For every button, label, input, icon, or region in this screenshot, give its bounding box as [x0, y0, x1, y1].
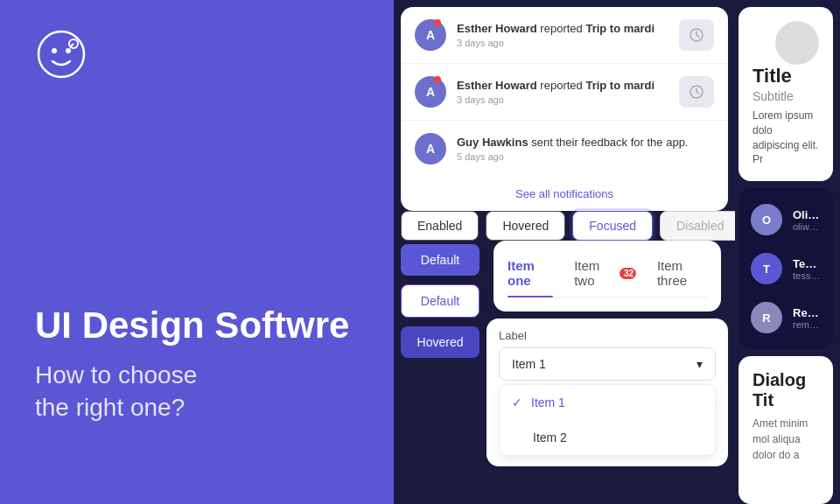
notif-text-2: Esther Howard reported Trip to mardi — [457, 79, 672, 94]
notif-item-1: A Esther Howard reported Trip to mardi 3… — [401, 7, 728, 64]
notif-content-3: Guy Hawkins sent their feedback for the … — [457, 136, 714, 163]
tabs-row: Item one Item two 32 Item three — [508, 258, 707, 298]
user-name-3: Remy Pa — [793, 306, 821, 319]
tab-badge-two: 32 — [620, 268, 636, 279]
dropdown-card: Label Item 1 ▾ ✓ Item 1 Item 2 — [486, 318, 728, 466]
far-right-column: Title Subtitle Lorem ipsum dolo adipisci… — [735, 0, 840, 504]
dialog-card: Dialog Tit Amet minim mol aliqua dolor d… — [738, 356, 833, 504]
user-avatar-3: R — [751, 302, 782, 333]
svg-point-0 — [38, 32, 84, 77]
hovered-button[interactable]: Hovered — [401, 326, 480, 358]
user-name-2: Tess Dic — [793, 257, 821, 270]
avatar-2: A — [415, 76, 446, 108]
dialog-body: Amet minim mol aliqua dolor do a — [752, 416, 819, 463]
user-info-3: Remy Pa remypark... — [793, 306, 821, 330]
dropdown-select[interactable]: Item 1 ▾ — [499, 347, 716, 381]
notif-icon-2[interactable] — [679, 76, 714, 108]
notif-time-2: 3 days ago — [457, 94, 672, 105]
right-area: A Esther Howard reported Trip to mardi 3… — [394, 0, 840, 504]
main-title: UI Design Softwre — [35, 305, 359, 346]
tab-item-three[interactable]: Item three — [657, 258, 707, 297]
dialog-title: Dialog Tit — [752, 370, 819, 410]
svg-line-4 — [70, 44, 74, 47]
avatar-large — [775, 21, 819, 65]
notif-time-3: 5 days ago — [457, 151, 714, 162]
notif-item-2: A Esther Howard reported Trip to mardi 3… — [401, 64, 728, 121]
card-top-right: Title Subtitle Lorem ipsum dolo adipisci… — [738, 7, 833, 181]
notif-text-3: Guy Hawkins sent their feedback for the … — [457, 136, 714, 150]
card-body: Lorem ipsum dolo adipiscing elit. Pr — [752, 108, 819, 167]
dropdown-label: Label — [499, 329, 716, 342]
dropdown-menu: ✓ Item 1 Item 2 — [499, 384, 716, 456]
action-buttons: Default Default Hovered — [401, 241, 480, 466]
left-panel: UI Design Softwre How to choosethe right… — [0, 0, 394, 504]
avatar-3: A — [415, 133, 446, 164]
user-item-1[interactable]: O Oliwier R oliwier.r... — [738, 195, 833, 244]
chevron-down-icon: ▾ — [696, 357, 703, 371]
see-all-button[interactable]: See all notifications — [401, 177, 728, 211]
avatar-1: A — [415, 19, 446, 51]
btn-disabled: Disabled — [660, 211, 735, 241]
notif-content-1: Esther Howard reported Trip to mardi 3 d… — [457, 22, 672, 49]
notif-content-2: Esther Howard reported Trip to mardi 3 d… — [457, 79, 672, 106]
btn-focused[interactable]: Focused — [572, 211, 653, 241]
user-name-1: Oliwier R — [793, 208, 821, 221]
logo — [35, 28, 359, 84]
tab-label-one: Item one — [508, 258, 553, 288]
user-item-2[interactable]: T Tess Dic tessdisc... — [738, 244, 833, 293]
notif-time-1: 3 days ago — [457, 38, 672, 48]
tab-item-two[interactable]: Item two 32 — [574, 258, 636, 297]
option-2-label: Item 2 — [533, 430, 567, 444]
notif-text-1: Esther Howard reported Trip to mardi — [457, 22, 672, 37]
user-info-1: Oliwier R oliwier.r... — [793, 208, 821, 232]
sub-title: How to choosethe right one? — [35, 360, 359, 424]
user-avatar-2: T — [751, 253, 782, 284]
dropdown-option-1[interactable]: ✓ Item 1 — [500, 385, 715, 420]
notif-dot-2 — [434, 76, 441, 83]
dropdown-option-2[interactable]: Item 2 — [500, 420, 715, 455]
dropdown-value: Item 1 — [512, 357, 546, 371]
button-states-row: Enabled Hovered Focused Disabled — [394, 211, 735, 241]
tab-item-one[interactable]: Item one — [508, 258, 553, 297]
btn-hovered[interactable]: Hovered — [486, 211, 565, 241]
notif-dot-1 — [434, 19, 441, 26]
notif-icon-1[interactable] — [679, 19, 714, 51]
tab-label-three: Item three — [657, 258, 707, 288]
card-subtitle: Subtitle — [752, 89, 819, 103]
user-email-2: tessdisc... — [793, 270, 821, 281]
notif-item-3: A Guy Hawkins sent their feedback for th… — [401, 121, 728, 177]
user-list: O Oliwier R oliwier.r... T Tess Dic tess… — [738, 188, 833, 349]
tab-label-two: Item two — [574, 258, 614, 288]
user-info-2: Tess Dic tessdisc... — [793, 257, 821, 281]
option-1-label: Item 1 — [531, 396, 565, 410]
check-icon: ✓ — [512, 396, 522, 410]
svg-point-1 — [52, 48, 57, 53]
notifications-card: A Esther Howard reported Trip to mardi 3… — [401, 7, 728, 211]
default-button-1[interactable]: Default — [401, 244, 480, 276]
tabs-card: Item one Item two 32 Item three — [494, 241, 721, 312]
default-button-2[interactable]: Default — [401, 284, 480, 318]
svg-point-2 — [66, 48, 71, 53]
user-avatar-1: O — [751, 204, 782, 235]
user-email-3: remypark... — [793, 319, 821, 330]
user-email-1: oliwier.r... — [793, 221, 821, 232]
left-text: UI Design Softwre How to choosethe right… — [35, 305, 359, 476]
btn-enabled[interactable]: Enabled — [401, 211, 479, 241]
user-item-3[interactable]: R Remy Pa remypark... — [738, 293, 833, 342]
